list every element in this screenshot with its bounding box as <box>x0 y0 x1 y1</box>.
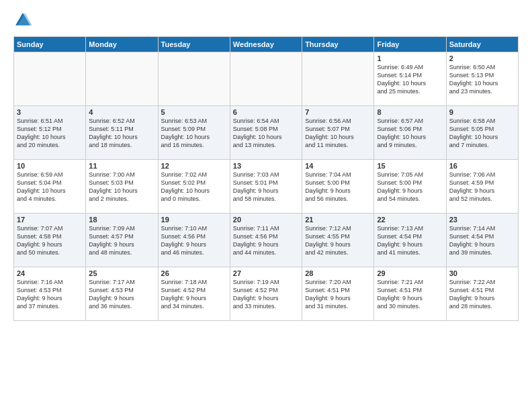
logo-icon <box>13 11 32 30</box>
day-number: 27 <box>233 269 299 277</box>
day-info: Sunrise: 7:10 AM Sunset: 4:56 PM Dayligh… <box>161 224 227 257</box>
calendar-cell: 23Sunrise: 7:14 AM Sunset: 4:54 PM Dayli… <box>446 214 518 267</box>
day-info: Sunrise: 7:18 AM Sunset: 4:52 PM Dayligh… <box>161 278 227 311</box>
calendar-header: SundayMondayTuesdayWednesdayThursdayFrid… <box>14 37 519 52</box>
calendar-cell: 3Sunrise: 6:51 AM Sunset: 5:12 PM Daylig… <box>14 106 86 160</box>
calendar-cell: 13Sunrise: 7:03 AM Sunset: 5:01 PM Dayli… <box>230 160 302 214</box>
day-info: Sunrise: 7:03 AM Sunset: 5:01 PM Dayligh… <box>233 171 299 203</box>
day-number: 20 <box>233 216 299 224</box>
day-number: 12 <box>161 162 227 170</box>
day-info: Sunrise: 6:49 AM Sunset: 5:14 PM Dayligh… <box>377 63 443 96</box>
calendar-cell: 4Sunrise: 6:52 AM Sunset: 5:11 PM Daylig… <box>86 106 158 160</box>
weekday-monday: Monday <box>86 37 158 52</box>
day-info: Sunrise: 6:58 AM Sunset: 5:05 PM Dayligh… <box>449 117 515 150</box>
day-number: 4 <box>89 108 154 116</box>
calendar-cell: 20Sunrise: 7:11 AM Sunset: 4:56 PM Dayli… <box>230 214 302 267</box>
calendar-cell: 15Sunrise: 7:05 AM Sunset: 5:00 PM Dayli… <box>374 160 446 214</box>
day-number: 19 <box>161 216 227 224</box>
calendar-cell: 29Sunrise: 7:21 AM Sunset: 4:51 PM Dayli… <box>374 267 446 321</box>
week-row-3: 10Sunrise: 6:59 AM Sunset: 5:04 PM Dayli… <box>14 160 519 214</box>
day-info: Sunrise: 7:11 AM Sunset: 4:56 PM Dayligh… <box>233 224 299 257</box>
day-number: 18 <box>89 216 154 224</box>
day-info: Sunrise: 6:53 AM Sunset: 5:09 PM Dayligh… <box>161 117 227 150</box>
day-info: Sunrise: 6:54 AM Sunset: 5:08 PM Dayligh… <box>233 117 299 150</box>
week-row-5: 24Sunrise: 7:16 AM Sunset: 4:53 PM Dayli… <box>14 267 519 321</box>
day-number: 25 <box>89 269 154 277</box>
day-number: 14 <box>305 162 371 170</box>
weekday-thursday: Thursday <box>302 37 374 52</box>
week-row-2: 3Sunrise: 6:51 AM Sunset: 5:12 PM Daylig… <box>14 106 519 160</box>
weekday-saturday: Saturday <box>446 37 518 52</box>
day-info: Sunrise: 7:06 AM Sunset: 4:59 PM Dayligh… <box>449 171 515 203</box>
calendar-cell: 18Sunrise: 7:09 AM Sunset: 4:57 PM Dayli… <box>86 214 158 267</box>
week-row-4: 17Sunrise: 7:07 AM Sunset: 4:58 PM Dayli… <box>14 214 519 267</box>
day-number: 29 <box>377 269 443 277</box>
weekday-wednesday: Wednesday <box>230 37 302 52</box>
day-info: Sunrise: 7:07 AM Sunset: 4:58 PM Dayligh… <box>17 224 83 257</box>
week-row-1: 1Sunrise: 6:49 AM Sunset: 5:14 PM Daylig… <box>14 52 519 106</box>
day-info: Sunrise: 7:09 AM Sunset: 4:57 PM Dayligh… <box>89 224 154 257</box>
calendar-cell: 17Sunrise: 7:07 AM Sunset: 4:58 PM Dayli… <box>14 214 86 267</box>
day-info: Sunrise: 7:17 AM Sunset: 4:53 PM Dayligh… <box>89 278 154 311</box>
calendar-cell: 11Sunrise: 7:00 AM Sunset: 5:03 PM Dayli… <box>86 160 158 214</box>
day-info: Sunrise: 7:19 AM Sunset: 4:52 PM Dayligh… <box>233 278 299 311</box>
calendar-cell: 5Sunrise: 6:53 AM Sunset: 5:09 PM Daylig… <box>158 106 230 160</box>
weekday-row: SundayMondayTuesdayWednesdayThursdayFrid… <box>14 37 519 52</box>
day-info: Sunrise: 6:56 AM Sunset: 5:07 PM Dayligh… <box>305 117 371 150</box>
day-number: 15 <box>377 162 443 170</box>
calendar-cell: 6Sunrise: 6:54 AM Sunset: 5:08 PM Daylig… <box>230 106 302 160</box>
calendar-cell: 22Sunrise: 7:13 AM Sunset: 4:54 PM Dayli… <box>374 214 446 267</box>
day-number: 16 <box>449 162 515 170</box>
calendar: SundayMondayTuesdayWednesdayThursdayFrid… <box>13 36 519 321</box>
day-info: Sunrise: 6:50 AM Sunset: 5:13 PM Dayligh… <box>449 63 515 96</box>
page: SundayMondayTuesdayWednesdayThursdayFrid… <box>0 0 532 328</box>
calendar-cell: 2Sunrise: 6:50 AM Sunset: 5:13 PM Daylig… <box>446 52 518 106</box>
day-info: Sunrise: 7:00 AM Sunset: 5:03 PM Dayligh… <box>89 171 154 203</box>
day-info: Sunrise: 7:20 AM Sunset: 4:51 PM Dayligh… <box>305 278 371 311</box>
day-number: 24 <box>17 269 83 277</box>
calendar-cell <box>230 52 302 106</box>
day-number: 3 <box>17 108 83 116</box>
calendar-cell: 10Sunrise: 6:59 AM Sunset: 5:04 PM Dayli… <box>14 160 86 214</box>
calendar-cell <box>14 52 86 106</box>
day-number: 10 <box>17 162 83 170</box>
calendar-cell <box>302 52 374 106</box>
day-number: 17 <box>17 216 83 224</box>
day-number: 11 <box>89 162 154 170</box>
day-number: 28 <box>305 269 371 277</box>
header <box>13 11 519 30</box>
day-number: 5 <box>161 108 227 116</box>
day-number: 21 <box>305 216 371 224</box>
day-info: Sunrise: 6:52 AM Sunset: 5:11 PM Dayligh… <box>89 117 154 150</box>
weekday-tuesday: Tuesday <box>158 37 230 52</box>
calendar-cell: 19Sunrise: 7:10 AM Sunset: 4:56 PM Dayli… <box>158 214 230 267</box>
day-number: 6 <box>233 108 299 116</box>
day-number: 30 <box>449 269 515 277</box>
day-number: 13 <box>233 162 299 170</box>
day-info: Sunrise: 7:16 AM Sunset: 4:53 PM Dayligh… <box>17 278 83 311</box>
calendar-cell: 7Sunrise: 6:56 AM Sunset: 5:07 PM Daylig… <box>302 106 374 160</box>
weekday-friday: Friday <box>374 37 446 52</box>
calendar-cell: 28Sunrise: 7:20 AM Sunset: 4:51 PM Dayli… <box>302 267 374 321</box>
day-info: Sunrise: 6:59 AM Sunset: 5:04 PM Dayligh… <box>17 171 83 203</box>
calendar-cell: 21Sunrise: 7:12 AM Sunset: 4:55 PM Dayli… <box>302 214 374 267</box>
calendar-cell: 12Sunrise: 7:02 AM Sunset: 5:02 PM Dayli… <box>158 160 230 214</box>
calendar-cell <box>158 52 230 106</box>
calendar-cell <box>86 52 158 106</box>
calendar-cell: 9Sunrise: 6:58 AM Sunset: 5:05 PM Daylig… <box>446 106 518 160</box>
calendar-cell: 24Sunrise: 7:16 AM Sunset: 4:53 PM Dayli… <box>14 267 86 321</box>
calendar-cell: 30Sunrise: 7:22 AM Sunset: 4:51 PM Dayli… <box>446 267 518 321</box>
day-info: Sunrise: 7:05 AM Sunset: 5:00 PM Dayligh… <box>377 171 443 203</box>
weekday-sunday: Sunday <box>14 37 86 52</box>
day-info: Sunrise: 7:12 AM Sunset: 4:55 PM Dayligh… <box>305 224 371 257</box>
calendar-cell: 1Sunrise: 6:49 AM Sunset: 5:14 PM Daylig… <box>374 52 446 106</box>
calendar-cell: 16Sunrise: 7:06 AM Sunset: 4:59 PM Dayli… <box>446 160 518 214</box>
day-info: Sunrise: 7:13 AM Sunset: 4:54 PM Dayligh… <box>377 224 443 257</box>
day-number: 22 <box>377 216 443 224</box>
day-number: 2 <box>449 54 515 62</box>
day-info: Sunrise: 7:22 AM Sunset: 4:51 PM Dayligh… <box>449 278 515 311</box>
day-number: 8 <box>377 108 443 116</box>
calendar-cell: 25Sunrise: 7:17 AM Sunset: 4:53 PM Dayli… <box>86 267 158 321</box>
calendar-cell: 14Sunrise: 7:04 AM Sunset: 5:00 PM Dayli… <box>302 160 374 214</box>
day-number: 9 <box>449 108 515 116</box>
